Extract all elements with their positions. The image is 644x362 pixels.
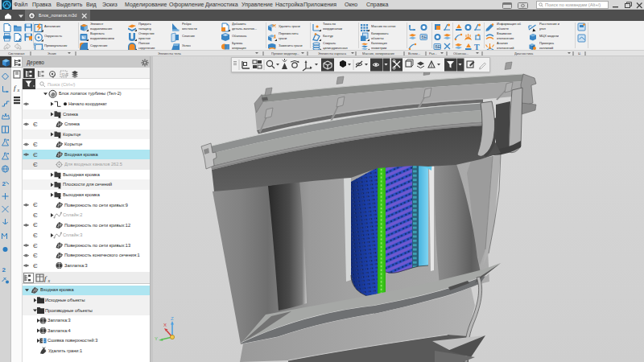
svg-text:2: 2	[2, 266, 6, 274]
svg-text:БЕ: БЕ	[436, 44, 441, 49]
svg-text:T: T	[474, 43, 480, 50]
svg-text:Z: Z	[171, 316, 174, 321]
svg-text:Y: Y	[155, 336, 158, 341]
svg-text:2: 2	[2, 180, 6, 187]
svg-text:X: X	[163, 323, 167, 327]
svg-text:БЕ: БЕ	[422, 35, 427, 39]
svg-text:f: f	[14, 84, 17, 92]
svg-text:SVP: SVP	[61, 72, 68, 76]
svg-text:x: x	[17, 88, 20, 93]
